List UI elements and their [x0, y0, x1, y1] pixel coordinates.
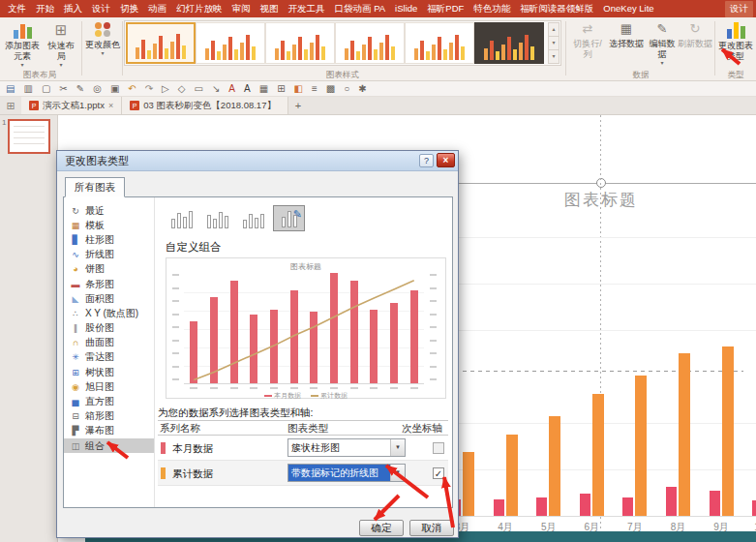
custom-combination-heading: 自定义组合 [166, 240, 222, 255]
table-icon[interactable]: ▦ [259, 82, 268, 96]
menu-tab[interactable]: 动画 [143, 1, 171, 17]
new-tab-button[interactable]: + [288, 97, 308, 114]
combo-subtype-stacked-line[interactable] [201, 205, 233, 231]
sidebar-item-recent[interactable]: ↻ 最近 [64, 203, 154, 218]
rectangle-icon[interactable]: ▭ [195, 82, 203, 96]
redo-icon[interactable]: ↷ [145, 82, 153, 96]
menu-tab[interactable]: 开始 [31, 1, 59, 17]
menu-tab[interactable]: 审阅 [227, 1, 256, 17]
document-tab[interactable]: P 03 图表秒刷变色【2018.08.17】 [122, 97, 288, 114]
combo-subtype-area-column[interactable] [237, 205, 269, 231]
chart-style-thumb[interactable] [126, 22, 196, 64]
font-color-icon[interactable]: A [228, 82, 235, 96]
menu-tab[interactable]: 福昕阅读器领鲜版 [515, 1, 598, 17]
find-icon[interactable]: ◎ [93, 82, 102, 96]
screenshot-icon[interactable]: ▣ [110, 82, 119, 96]
sidebar-item-column[interactable]: ▊ 柱形图 [64, 232, 154, 247]
menu-tab[interactable]: 视图 [256, 1, 284, 17]
sidebar-item-combo[interactable]: ◫ 组合 [64, 438, 154, 453]
ppt-file-icon: P [130, 101, 139, 110]
sidebar-item-box-whisker[interactable]: ⊟ 箱形图 [64, 409, 154, 424]
gallery-scroll-up-icon[interactable]: ▴ [548, 22, 559, 37]
sidebar-item-sunburst[interactable]: ◉ 旭日图 [64, 379, 154, 394]
series-name: 本月数据 [172, 442, 213, 456]
cut-icon[interactable]: ✂ [59, 82, 67, 96]
tab-all-charts[interactable]: 所有图表 [65, 177, 125, 197]
quick-layout-button[interactable]: ⊞ 快速布局▾ [45, 21, 77, 69]
ok-button[interactable]: 确定 [359, 520, 404, 536]
switch-row-column-button[interactable]: ⇄ 切换行/列 [569, 21, 606, 60]
menu-tab[interactable]: 设计 [87, 1, 115, 17]
chart-style-thumb[interactable] [265, 22, 335, 64]
menu-tab-chart-tools-design[interactable]: 设计 [725, 1, 753, 17]
menu-tab[interactable]: 口袋动画 PA [330, 1, 391, 17]
slide-thumbnail[interactable] [8, 119, 50, 154]
text-icon[interactable]: A [244, 82, 251, 96]
sidebar-item-treemap[interactable]: ⊞ 树状图 [64, 365, 154, 379]
new-file-icon[interactable]: ▢ [42, 82, 50, 96]
document-tab[interactable]: P 演示文稿1.pptx × [21, 97, 122, 114]
sidebar-item-scatter[interactable]: ∴ X Y (散点图) [64, 306, 154, 320]
undo-icon[interactable]: ↶ [128, 82, 136, 96]
menu-tab[interactable]: 开发工具 [284, 1, 330, 17]
combo-subtype-clustered-line[interactable] [166, 205, 197, 231]
sidebar-item-template[interactable]: ▦ 模板 [64, 218, 154, 232]
sidebar-item-surface[interactable]: ∩ 曲面图 [64, 336, 154, 350]
save-icon[interactable]: ▤ [6, 82, 15, 96]
gallery-scroll-down-icon[interactable]: ▾ [548, 37, 559, 50]
change-chart-type-button[interactable]: 更改图表类型 [717, 21, 754, 62]
chart-type-dropdown[interactable]: 簇状柱形图 ▼ [287, 438, 406, 457]
zoom-icon[interactable]: ○ [344, 82, 349, 96]
menu-tab[interactable]: OneKey Lite [598, 1, 658, 17]
secondary-axis-checkbox[interactable] [433, 442, 444, 454]
print-icon[interactable]: ▥ [23, 82, 32, 96]
sidebar-item-waterfall[interactable]: ▛ 瀑布图 [64, 424, 154, 438]
edit-data-button[interactable]: ✎ 编辑数据▾ [647, 21, 678, 67]
sidebar-item-histogram[interactable]: ▅ 直方图 [64, 394, 154, 408]
dropdown-arrow-icon[interactable]: ▼ [390, 465, 405, 481]
menu-tab[interactable]: 切换 [115, 1, 143, 17]
cancel-button[interactable]: 取消 [409, 520, 454, 536]
shapes-icon[interactable]: ◇ [178, 82, 186, 96]
chart-style-thumb[interactable] [405, 22, 474, 64]
dialog-title-bar[interactable]: 更改图表类型 [57, 151, 458, 171]
dropdown-arrow-icon[interactable]: ▼ [390, 439, 405, 456]
chart-type-icon: ◉ [70, 382, 81, 392]
arrow-shape-icon[interactable]: ↘ [212, 82, 220, 96]
gallery-more-icon[interactable]: ▾ [548, 50, 559, 64]
align-icon[interactable]: ≡ [312, 82, 318, 96]
select-data-button[interactable]: ▦ 选择数据 [608, 21, 645, 49]
picture-icon[interactable]: ▩ [326, 82, 335, 96]
change-colors-button[interactable]: 更改颜色▾ [85, 21, 120, 57]
refresh-data-button[interactable]: ↻ 刷新数据 [678, 21, 712, 49]
chart-bar [330, 273, 338, 383]
settings-icon[interactable]: ✱ [358, 82, 366, 96]
fill-color-icon[interactable]: ◧ [294, 82, 303, 96]
menu-tab[interactable]: 文件 [3, 1, 31, 17]
combo-subtype-custom[interactable]: ✎ [273, 205, 305, 231]
format-painter-icon[interactable]: ✎ [76, 82, 84, 96]
window-layout-icon[interactable]: ⊞ [0, 97, 21, 114]
dialog-close-button[interactable]: × [437, 153, 455, 167]
sidebar-item-stock[interactable]: ∥ 股价图 [64, 321, 154, 336]
chart-style-thumb[interactable] [335, 22, 405, 64]
chart-style-thumb[interactable] [196, 22, 265, 64]
play-icon[interactable]: ▷ [162, 82, 169, 96]
add-chart-element-button[interactable]: 添加图表元素▾ [2, 21, 43, 69]
menu-tab[interactable]: iSlide [390, 1, 422, 17]
sidebar-item-pie[interactable]: ◕ 饼图 [64, 262, 154, 277]
menu-tab[interactable]: 幻灯片放映 [171, 1, 227, 17]
sidebar-item-area[interactable]: ◣ 面积图 [64, 291, 154, 306]
menu-tab[interactable]: 插入 [59, 1, 87, 17]
sidebar-item-line[interactable]: ∿ 折线图 [64, 248, 154, 262]
menu-tab[interactable]: 福昕PDF [422, 1, 469, 17]
chart-type-dropdown[interactable]: 带数据标记的折线图 ▼ [287, 464, 406, 482]
sidebar-item-bar[interactable]: ▬ 条形图 [64, 277, 154, 291]
sidebar-item-radar[interactable]: ✳ 雷达图 [64, 350, 154, 365]
chart-icon[interactable]: ⊞ [277, 82, 285, 96]
chart-style-thumb[interactable] [474, 22, 544, 64]
menu-tab[interactable]: 特色功能 [469, 1, 515, 17]
dialog-help-button[interactable]: ? [419, 154, 434, 167]
tab-close-icon[interactable]: × [108, 101, 113, 110]
secondary-axis-checkbox[interactable] [433, 467, 444, 479]
